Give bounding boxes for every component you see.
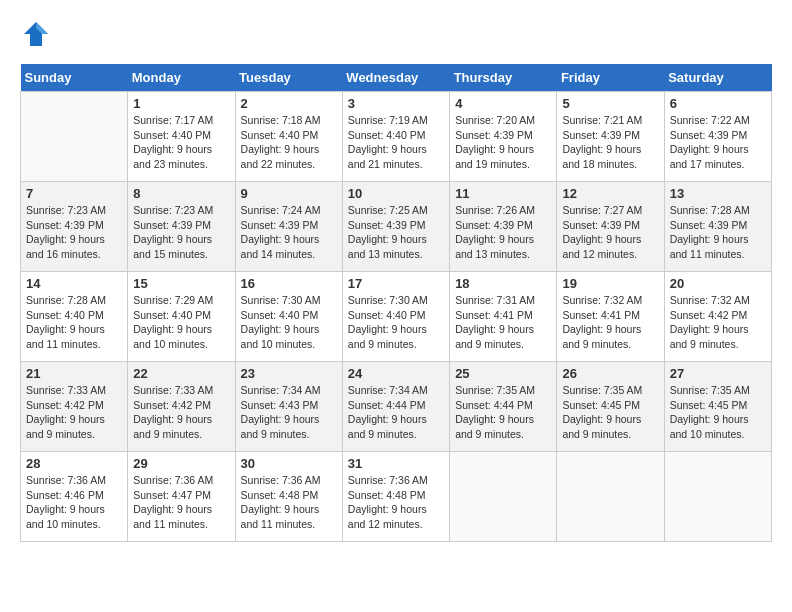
day-number: 31 [348, 456, 444, 471]
day-number: 23 [241, 366, 337, 381]
calendar-week-row: 28Sunrise: 7:36 AMSunset: 4:46 PMDayligh… [21, 452, 772, 542]
calendar-day-16: 16Sunrise: 7:30 AMSunset: 4:40 PMDayligh… [235, 272, 342, 362]
calendar-day-24: 24Sunrise: 7:34 AMSunset: 4:44 PMDayligh… [342, 362, 449, 452]
day-number: 7 [26, 186, 122, 201]
calendar-day-18: 18Sunrise: 7:31 AMSunset: 4:41 PMDayligh… [450, 272, 557, 362]
calendar-day-4: 4Sunrise: 7:20 AMSunset: 4:39 PMDaylight… [450, 92, 557, 182]
calendar-day-11: 11Sunrise: 7:26 AMSunset: 4:39 PMDayligh… [450, 182, 557, 272]
calendar-day-27: 27Sunrise: 7:35 AMSunset: 4:45 PMDayligh… [664, 362, 771, 452]
day-info: Sunrise: 7:33 AMSunset: 4:42 PMDaylight:… [133, 383, 229, 442]
day-info: Sunrise: 7:24 AMSunset: 4:39 PMDaylight:… [241, 203, 337, 262]
calendar-header-row: SundayMondayTuesdayWednesdayThursdayFrid… [21, 64, 772, 92]
calendar-empty-cell [21, 92, 128, 182]
calendar-day-19: 19Sunrise: 7:32 AMSunset: 4:41 PMDayligh… [557, 272, 664, 362]
day-number: 1 [133, 96, 229, 111]
calendar-table: SundayMondayTuesdayWednesdayThursdayFrid… [20, 64, 772, 542]
day-info: Sunrise: 7:22 AMSunset: 4:39 PMDaylight:… [670, 113, 766, 172]
day-info: Sunrise: 7:36 AMSunset: 4:48 PMDaylight:… [241, 473, 337, 532]
calendar-day-29: 29Sunrise: 7:36 AMSunset: 4:47 PMDayligh… [128, 452, 235, 542]
calendar-week-row: 7Sunrise: 7:23 AMSunset: 4:39 PMDaylight… [21, 182, 772, 272]
calendar-day-9: 9Sunrise: 7:24 AMSunset: 4:39 PMDaylight… [235, 182, 342, 272]
calendar-day-10: 10Sunrise: 7:25 AMSunset: 4:39 PMDayligh… [342, 182, 449, 272]
calendar-day-8: 8Sunrise: 7:23 AMSunset: 4:39 PMDaylight… [128, 182, 235, 272]
day-info: Sunrise: 7:34 AMSunset: 4:43 PMDaylight:… [241, 383, 337, 442]
calendar-day-13: 13Sunrise: 7:28 AMSunset: 4:39 PMDayligh… [664, 182, 771, 272]
day-number: 30 [241, 456, 337, 471]
calendar-empty-cell [450, 452, 557, 542]
calendar-day-22: 22Sunrise: 7:33 AMSunset: 4:42 PMDayligh… [128, 362, 235, 452]
calendar-day-26: 26Sunrise: 7:35 AMSunset: 4:45 PMDayligh… [557, 362, 664, 452]
day-number: 21 [26, 366, 122, 381]
calendar-header-sunday: Sunday [21, 64, 128, 92]
day-info: Sunrise: 7:17 AMSunset: 4:40 PMDaylight:… [133, 113, 229, 172]
day-info: Sunrise: 7:36 AMSunset: 4:48 PMDaylight:… [348, 473, 444, 532]
page-header [20, 20, 772, 48]
day-info: Sunrise: 7:29 AMSunset: 4:40 PMDaylight:… [133, 293, 229, 352]
calendar-day-5: 5Sunrise: 7:21 AMSunset: 4:39 PMDaylight… [557, 92, 664, 182]
day-info: Sunrise: 7:36 AMSunset: 4:46 PMDaylight:… [26, 473, 122, 532]
calendar-header-tuesday: Tuesday [235, 64, 342, 92]
day-number: 29 [133, 456, 229, 471]
day-number: 2 [241, 96, 337, 111]
calendar-week-row: 1Sunrise: 7:17 AMSunset: 4:40 PMDaylight… [21, 92, 772, 182]
calendar-header-wednesday: Wednesday [342, 64, 449, 92]
day-info: Sunrise: 7:28 AMSunset: 4:40 PMDaylight:… [26, 293, 122, 352]
day-info: Sunrise: 7:21 AMSunset: 4:39 PMDaylight:… [562, 113, 658, 172]
calendar-day-2: 2Sunrise: 7:18 AMSunset: 4:40 PMDaylight… [235, 92, 342, 182]
day-info: Sunrise: 7:28 AMSunset: 4:39 PMDaylight:… [670, 203, 766, 262]
day-number: 25 [455, 366, 551, 381]
calendar-day-15: 15Sunrise: 7:29 AMSunset: 4:40 PMDayligh… [128, 272, 235, 362]
day-number: 15 [133, 276, 229, 291]
day-number: 5 [562, 96, 658, 111]
day-number: 13 [670, 186, 766, 201]
calendar-day-23: 23Sunrise: 7:34 AMSunset: 4:43 PMDayligh… [235, 362, 342, 452]
calendar-week-row: 14Sunrise: 7:28 AMSunset: 4:40 PMDayligh… [21, 272, 772, 362]
day-number: 26 [562, 366, 658, 381]
day-number: 4 [455, 96, 551, 111]
calendar-day-3: 3Sunrise: 7:19 AMSunset: 4:40 PMDaylight… [342, 92, 449, 182]
day-info: Sunrise: 7:32 AMSunset: 4:42 PMDaylight:… [670, 293, 766, 352]
calendar-day-25: 25Sunrise: 7:35 AMSunset: 4:44 PMDayligh… [450, 362, 557, 452]
day-info: Sunrise: 7:23 AMSunset: 4:39 PMDaylight:… [133, 203, 229, 262]
calendar-day-31: 31Sunrise: 7:36 AMSunset: 4:48 PMDayligh… [342, 452, 449, 542]
day-number: 24 [348, 366, 444, 381]
calendar-day-12: 12Sunrise: 7:27 AMSunset: 4:39 PMDayligh… [557, 182, 664, 272]
day-number: 20 [670, 276, 766, 291]
day-number: 3 [348, 96, 444, 111]
day-info: Sunrise: 7:26 AMSunset: 4:39 PMDaylight:… [455, 203, 551, 262]
day-number: 10 [348, 186, 444, 201]
day-number: 6 [670, 96, 766, 111]
calendar-empty-cell [557, 452, 664, 542]
day-number: 8 [133, 186, 229, 201]
calendar-day-21: 21Sunrise: 7:33 AMSunset: 4:42 PMDayligh… [21, 362, 128, 452]
day-info: Sunrise: 7:30 AMSunset: 4:40 PMDaylight:… [241, 293, 337, 352]
calendar-day-30: 30Sunrise: 7:36 AMSunset: 4:48 PMDayligh… [235, 452, 342, 542]
day-info: Sunrise: 7:35 AMSunset: 4:45 PMDaylight:… [562, 383, 658, 442]
day-info: Sunrise: 7:27 AMSunset: 4:39 PMDaylight:… [562, 203, 658, 262]
day-info: Sunrise: 7:18 AMSunset: 4:40 PMDaylight:… [241, 113, 337, 172]
day-number: 27 [670, 366, 766, 381]
calendar-week-row: 21Sunrise: 7:33 AMSunset: 4:42 PMDayligh… [21, 362, 772, 452]
day-number: 11 [455, 186, 551, 201]
day-number: 12 [562, 186, 658, 201]
calendar-day-14: 14Sunrise: 7:28 AMSunset: 4:40 PMDayligh… [21, 272, 128, 362]
calendar-day-1: 1Sunrise: 7:17 AMSunset: 4:40 PMDaylight… [128, 92, 235, 182]
day-info: Sunrise: 7:36 AMSunset: 4:47 PMDaylight:… [133, 473, 229, 532]
logo [20, 20, 50, 48]
day-info: Sunrise: 7:34 AMSunset: 4:44 PMDaylight:… [348, 383, 444, 442]
day-info: Sunrise: 7:23 AMSunset: 4:39 PMDaylight:… [26, 203, 122, 262]
day-info: Sunrise: 7:35 AMSunset: 4:45 PMDaylight:… [670, 383, 766, 442]
day-info: Sunrise: 7:33 AMSunset: 4:42 PMDaylight:… [26, 383, 122, 442]
day-info: Sunrise: 7:25 AMSunset: 4:39 PMDaylight:… [348, 203, 444, 262]
calendar-header-friday: Friday [557, 64, 664, 92]
calendar-day-28: 28Sunrise: 7:36 AMSunset: 4:46 PMDayligh… [21, 452, 128, 542]
calendar-header-monday: Monday [128, 64, 235, 92]
calendar-header-thursday: Thursday [450, 64, 557, 92]
calendar-day-20: 20Sunrise: 7:32 AMSunset: 4:42 PMDayligh… [664, 272, 771, 362]
day-number: 17 [348, 276, 444, 291]
day-number: 19 [562, 276, 658, 291]
day-info: Sunrise: 7:32 AMSunset: 4:41 PMDaylight:… [562, 293, 658, 352]
day-number: 28 [26, 456, 122, 471]
day-info: Sunrise: 7:35 AMSunset: 4:44 PMDaylight:… [455, 383, 551, 442]
calendar-day-6: 6Sunrise: 7:22 AMSunset: 4:39 PMDaylight… [664, 92, 771, 182]
